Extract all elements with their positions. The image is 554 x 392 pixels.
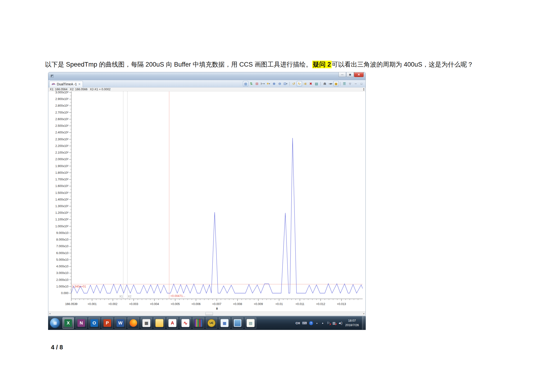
toolbar-icon-reset-refresh[interactable]: ↺ [291,81,296,86]
toolbar-separator[interactable] [320,82,321,85]
taskbar-ccs-cube[interactable]: ▦ [141,317,152,329]
system-tray: CH ⌨ ? ▴ ▲ ⚐✗ ▥✗ ◄) [296,321,342,325]
title-bar[interactable]: ◩ — ▣ ✕ [48,72,366,80]
paragraph: 以下是 SpeedTmp 的曲线图，每隔 200uS 向 Buffer 中填充数… [45,60,473,69]
embedded-screenshot: ◩ — ▣ ✕ DualTimeA -1 ✕ [48,72,366,330]
scroll-left-icon[interactable]: ◂ [49,312,50,315]
scroll-down-icon[interactable]: ▼ [363,89,365,91]
taskbar-word[interactable]: W [115,317,126,329]
toolbar-icon-zoom-mode[interactable]: ⊡▾ [283,81,288,86]
close-button[interactable]: ✕ [354,72,364,77]
action-center-icon[interactable]: ⚐✗ [327,321,330,325]
toolbar-icon-zoom-in[interactable]: ⊕ [271,81,277,86]
toolbar-icon-snap-cursor[interactable]: ⇥▾ [328,81,333,86]
toolbar-icon-adjust-axes[interactable]: ⊟ [254,81,260,86]
tab-dualtimea[interactable]: DualTimeA -1 ✕ [49,81,83,87]
svg-text:2.600x10²: 2.600x10² [55,118,69,121]
highlighted-text: 疑问 2 [312,61,332,68]
network-icon[interactable]: ▥✗ [332,321,336,325]
taskbar-altium[interactable]: ∿ [180,317,191,329]
chart-tab-icon [52,83,55,85]
taskbar-firefox[interactable] [128,317,139,329]
taskbar-outlook[interactable]: O [89,317,100,329]
svg-text:9.000x10: 9.000x10 [56,231,69,235]
volume-icon[interactable]: ◄) [338,321,342,325]
vertical-scroll-arrows[interactable]: ▲ ▼ [363,88,365,91]
svg-text:1.400x10²: 1.400x10² [55,198,69,201]
taskbar-acrobat[interactable]: A [167,317,178,329]
svg-text:2.000x10²: 2.000x10² [55,158,69,161]
taskbar-explorer[interactable] [154,317,165,329]
svg-text:+0.004: +0.004 [150,302,159,306]
tab-close-icon[interactable]: ✕ [78,83,81,86]
svg-text:2.800x10²: 2.800x10² [55,104,69,107]
help-icon[interactable]: ? [309,321,313,325]
scroll-right-icon[interactable]: ▸ [363,312,365,315]
taskbar-apps: ⊞ X N O P W ▦ A [49,317,256,329]
toolbar-icon-search[interactable]: ⋒ [322,81,327,86]
ccs-graph-window: ◩ — ▣ ✕ DualTimeA -1 ✕ [48,72,366,316]
toolbar-separator[interactable] [340,82,340,85]
toolbar-icon-align-traces[interactable]: ⇅ [249,81,254,86]
toolbar-icon-clear-data[interactable]: ✖ [308,81,313,86]
taskbar-photo-viewer[interactable] [232,317,243,329]
taskbar-powerpoint[interactable]: P [102,317,113,329]
svg-text:2.000x10: 2.000x10 [56,278,69,281]
taskbar-excel[interactable]: X [62,317,74,329]
toolbar-icon-view-menu[interactable]: ▽ [347,81,353,86]
clock-date: 2018/7/26 [345,323,359,327]
taskbar-calculator[interactable]: ▦ [219,317,230,329]
toolbar-icon-minimize-view[interactable]: ─ [353,81,358,86]
taskbar-notepad[interactable]: ▤ [245,317,256,329]
document-page: 以下是 SpeedTmp 的曲线图，每隔 200uS 向 Buffer 中填充数… [0,0,554,392]
language-indicator[interactable]: CH [296,321,300,325]
svg-text:3.000x10²: 3.000x10² [55,91,69,94]
toolbar-icon-zoom-out[interactable]: ⊖ [277,81,282,86]
start-button[interactable]: ⊞ [49,318,61,329]
toolbar-separator[interactable] [290,82,290,85]
taskbar-winrar[interactable] [193,317,204,329]
svg-text:+0.003: +0.003 [129,302,138,306]
svg-text:+0.009: +0.009 [254,302,263,306]
svg-text:2.400x10²: 2.400x10² [55,131,69,134]
taskbar-onenote[interactable]: N [76,317,87,329]
svg-text:1.200x10²: 1.200x10² [55,211,69,215]
toolbar-icon-export-chart[interactable]: ▤ [314,81,319,86]
svg-text:1.300x10²: 1.300x10² [55,204,69,208]
waveform-line [71,138,363,293]
horizontal-scrollbar[interactable]: ◂ ▸ [48,311,366,316]
svg-text:1.700x10²: 1.700x10² [55,178,69,181]
svg-text:+0.011: +0.011 [295,302,304,306]
taskbar-clock[interactable]: 18:07 2018/7/26 [345,319,359,328]
cursor-x1-label: X1 [119,295,123,298]
notification-triangle-icon[interactable]: ▲ [321,322,325,324]
show-desktop-button[interactable] [362,316,365,330]
cursor-x2-label: X2 [128,295,132,298]
taskbar-ultraedit[interactable]: UE [206,317,217,329]
svg-text:2.100x10²: 2.100x10² [55,151,69,154]
cursor-readout: X1: 166.0564 X2: 166.0566 X2-X1 = 0.0002 [50,88,111,91]
svg-text:1.000x10: 1.000x10 [56,285,69,288]
minimize-button[interactable]: — [339,72,346,77]
svg-text:+0.01: +0.01 [275,302,283,306]
toolbar-icon-add-trace[interactable]: +▾ [266,81,271,86]
svg-text:1.900x10²: 1.900x10² [55,164,69,168]
toolbar-icon-resume-updates[interactable]: ⇉ [303,81,308,86]
scrollbar-thumb[interactable] [205,312,213,315]
svg-text:2.500x10²: 2.500x10² [55,124,69,127]
svg-text:3.000x10: 3.000x10 [56,271,69,275]
toolbar-icon-measurement-marker[interactable]: ⊢▾ [260,81,265,86]
toolbar-icon-lock-scale[interactable]: ▣ [333,81,339,86]
toolbar-icon-maximize-view[interactable]: □ [359,81,364,86]
graph-toolbar: ▥ ⇅ ⊟ ⊢▾ +▾ ⊕ ⊖ ⊡▾ [243,81,364,86]
svg-text:1.500x10²: 1.500x10² [55,191,69,195]
toolbar-icon-display-properties[interactable]: ▥ [243,81,248,86]
paragraph-text-post: 可以看出三角波的周期为 400uS，这是为什么呢？ [332,61,473,68]
toolbar-icon-legend[interactable]: ☰ [342,81,347,86]
page-number: 4 / 8 [51,344,63,351]
keyboard-icon[interactable]: ⌨ [302,321,307,325]
svg-text:2.200x10²: 2.200x10² [55,144,69,148]
toolbar-icon-hold-updates[interactable]: ↻ [297,81,302,86]
restore-button[interactable]: ▣ [346,72,354,77]
show-hidden-icons[interactable]: ▴ [315,322,319,324]
